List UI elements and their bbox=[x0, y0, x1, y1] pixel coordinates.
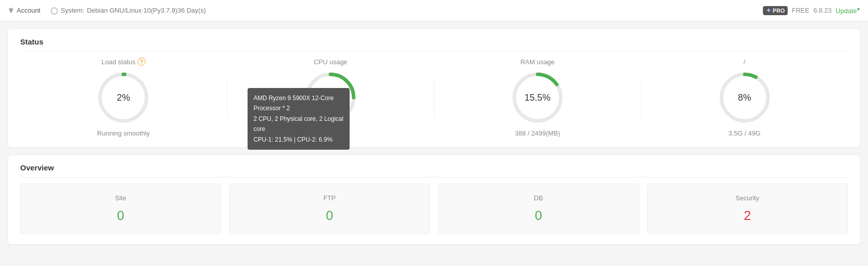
cpu-gauge: CPU usage 25.1% 2 Core(s) bbox=[227, 58, 434, 137]
account-label: Account bbox=[17, 7, 40, 14]
overview-card-value: 2 bbox=[744, 208, 751, 224]
disk-label-text: / bbox=[744, 58, 746, 66]
main-content: Status Load status ? AMD Ryzen 9 5900X 1… bbox=[0, 21, 868, 260]
overview-title: Overview bbox=[20, 163, 848, 178]
overview-card-value: 0 bbox=[117, 208, 124, 224]
load-bottom: Running smoothly bbox=[97, 129, 150, 137]
pro-badge: ✦ PRO bbox=[763, 6, 788, 15]
topbar-left: ♆ Account ◯ System: Debian GNU/Linux 10(… bbox=[8, 7, 206, 14]
overview-card-label: Site bbox=[115, 194, 126, 202]
cpu-value: 25.1% bbox=[318, 92, 344, 103]
load-help-icon[interactable]: ? bbox=[137, 58, 146, 66]
system-label: System: bbox=[61, 7, 84, 14]
disk-value: 8% bbox=[738, 92, 751, 103]
disk-label: / bbox=[744, 58, 746, 66]
disk-bottom: 3.5G / 49G bbox=[729, 129, 761, 137]
account-nav[interactable]: ♆ Account bbox=[8, 7, 40, 14]
system-info: ◯ System: Debian GNU/Linux 10(Py3.7.9)36… bbox=[51, 7, 206, 14]
overview-card-db[interactable]: DB0 bbox=[438, 184, 639, 234]
cpu-gauge-svg: 25.1% bbox=[303, 70, 358, 125]
ram-label-text: RAM usage bbox=[520, 58, 555, 66]
overview-section: Overview Site0FTP0DB0Security2 bbox=[8, 155, 860, 244]
overview-cards: Site0FTP0DB0Security2 bbox=[20, 184, 848, 234]
pro-label: PRO bbox=[773, 8, 785, 14]
topbar: ♆ Account ◯ System: Debian GNU/Linux 10(… bbox=[0, 0, 868, 21]
overview-card-value: 0 bbox=[326, 208, 333, 224]
disk-gauge-svg: 8% bbox=[717, 70, 773, 125]
cpu-label-text: CPU usage bbox=[314, 58, 347, 66]
ram-value: 15.5% bbox=[524, 92, 550, 103]
ram-bottom: 388 / 2499(MB) bbox=[515, 129, 560, 137]
update-dot: ● bbox=[857, 6, 860, 12]
topbar-right: ✦ PRO FREE 6.8.23 Update● bbox=[763, 6, 860, 15]
overview-card-label: Security bbox=[736, 194, 759, 202]
load-label: Load status ? bbox=[102, 58, 146, 66]
overview-card-security[interactable]: Security2 bbox=[647, 184, 848, 234]
overview-card-label: DB bbox=[534, 194, 543, 202]
ram-gauge: RAM usage 15.5% 388 / 2499(MB) bbox=[435, 58, 641, 137]
overview-card-value: 0 bbox=[535, 208, 542, 224]
cpu-label: CPU usage bbox=[314, 58, 347, 66]
ram-label: RAM usage bbox=[520, 58, 555, 66]
update-label: Update bbox=[836, 7, 857, 15]
gauges-row: Load status ? AMD Ryzen 9 5900X 12-Core … bbox=[20, 58, 848, 137]
disk-gauge: / 8% 3.5G / 49G bbox=[641, 58, 848, 137]
status-section: Status Load status ? AMD Ryzen 9 5900X 1… bbox=[8, 29, 860, 147]
system-icon: ◯ bbox=[51, 7, 58, 14]
ram-gauge-svg: 15.5% bbox=[510, 70, 565, 125]
user-icon: ♆ bbox=[8, 7, 14, 14]
load-gauge: Load status ? AMD Ryzen 9 5900X 12-Core … bbox=[20, 58, 227, 137]
load-value: 2% bbox=[117, 93, 130, 103]
update-button[interactable]: Update● bbox=[836, 6, 860, 15]
version-number: 6.8.23 bbox=[813, 7, 832, 14]
overview-card-site[interactable]: Site0 bbox=[20, 184, 221, 234]
overview-card-label: FTP bbox=[323, 194, 336, 202]
free-label: FREE bbox=[792, 7, 809, 14]
diamond-icon: ✦ bbox=[766, 7, 771, 14]
cpu-bottom: 2 Core(s) bbox=[317, 129, 344, 137]
system-detail: Debian GNU/Linux 10(Py3.7.9)36 Day(s) bbox=[87, 7, 206, 14]
load-gauge-svg: 2% bbox=[95, 70, 151, 125]
overview-card-ftp[interactable]: FTP0 bbox=[229, 184, 430, 234]
status-title: Status bbox=[20, 37, 848, 52]
